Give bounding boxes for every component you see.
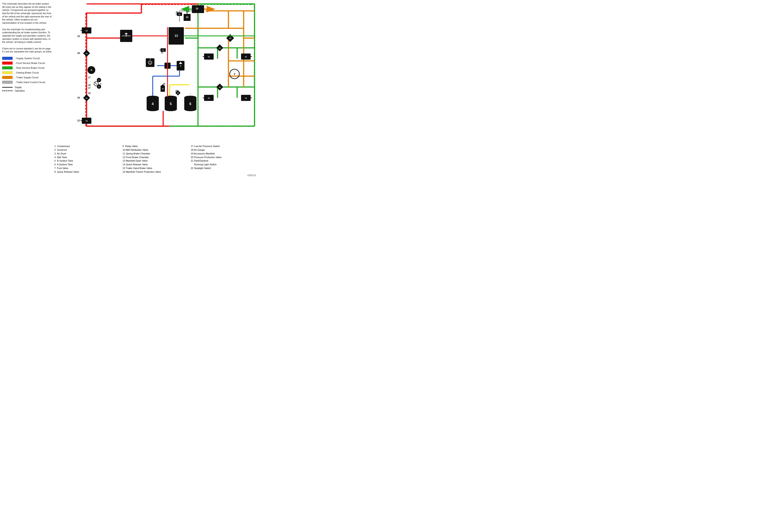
label-17-1: 17 [88,76,91,79]
component-compressor: 1 [146,58,155,67]
part-5: 5 B System Tank [54,159,121,163]
callout-12-top: 12 [77,35,80,37]
component-qrv-8: 8 [87,66,95,74]
svg-text:13: 13 [175,34,178,37]
part-2: 2 Governor [54,148,121,152]
num-16: 16 [196,7,198,10]
part-21b: Running Light Switch [191,163,257,166]
component-accessory-manifold: 19 [161,84,165,92]
num-15: 15 [186,16,188,18]
label-yellow: - Parking Brake Circuit [15,71,39,74]
callout-10-bot: 10 [77,96,80,99]
svg-point-67 [184,108,196,111]
label-18-1: 18 [88,84,91,86]
label-19: 19 [163,83,165,85]
svg-text:11: 11 [208,56,210,58]
legend-item-red: - Front Service Brake Circuit [2,61,52,65]
legend-item-gray: - Trailer Hand Control Circuit [2,81,52,84]
svg-text:18: 18 [100,83,102,85]
part-14: 14 Quick Release Valve [123,163,189,166]
part-11: 11 Spring Brake Chamber [123,152,189,155]
swatch-orange [2,76,13,79]
svg-text:10: 10 [86,97,88,99]
component-air-dryer: 3 [177,61,184,70]
component-front-brake-12-2: 12 [80,118,91,124]
label-21: 21 [161,51,164,54]
part-8: 8 Quick Release Valve [54,170,121,174]
label-18-2: 18 [88,92,91,94]
legend: - Supply System Circuit - Front Service … [2,57,52,92]
part-9: 9 Relay Valve [123,145,189,148]
svg-point-58 [147,108,159,111]
label-red: - Front Service Brake Circuit [15,62,45,64]
svg-text:17: 17 [98,86,100,87]
label-22: 22 [176,11,178,13]
svg-text:19: 19 [162,88,164,89]
line-operation: Operation [2,89,52,92]
svg-text:5: 5 [170,102,172,106]
svg-text:+: + [190,93,191,95]
part-19: 19 Accessory Manifold [191,152,257,155]
component-pressure-switch-17-2: 17 [97,84,101,89]
line-supply-label: Supply [15,86,22,88]
diagram-area: 1 2 3 4 + [54,0,259,144]
component-front-brake-12-1: 12 [80,27,91,33]
line-operation-label: Operation [15,89,25,92]
label-orange: - Trailer Supply Circuit [15,76,38,79]
part-13: 13 Manifold Dash Valve [123,159,189,163]
svg-text:10: 10 [219,47,221,49]
component-spring-brake-11-4: 11 [241,95,252,101]
svg-text:11: 11 [245,97,247,99]
legend-item-yellow: - Parking Brake Circuit [2,71,52,74]
component-abs-10-front-left: 10 [83,50,90,57]
svg-text:11: 11 [245,56,247,58]
svg-text:10: 10 [86,53,88,55]
description: This schematic describes the air brake s… [2,2,52,53]
part-15: 15 Trailer Hand Brake Valve [123,167,189,170]
swatch-gray [2,81,13,84]
legend-item-blue: - Supply System Circuit [2,57,52,60]
label-gray: - Trailer Hand Control Circuit [15,81,45,83]
label-17-2: 17 [88,87,91,89]
page: This schematic describes the air brake s… [0,0,259,178]
callout-10-top: 10 [77,52,80,54]
callout-12-bot: 12 [77,119,80,122]
svg-text:17: 17 [98,79,100,81]
part-3: 3 Air Dryer [54,152,121,155]
swatch-yellow [2,71,13,74]
svg-point-63 [165,108,177,111]
part-1: 1 Compressor [54,145,121,148]
part-20: 20 Pressure Protection Valve [191,156,257,159]
component-foot-valve: 7 [120,30,132,42]
part-21: 21 Park/Daytime [191,159,257,163]
line-legend: Supply Operation [2,86,52,92]
legend-item-orange: - Trailer Supply Circuit [2,76,52,79]
desc-para2: Use the schematic for troubleshooting an… [2,28,52,44]
svg-text:12: 12 [85,30,88,32]
left-panel: This schematic describes the air brake s… [2,2,52,93]
component-qrv-14: 14 [226,34,234,42]
svg-text:4: 4 [152,102,154,106]
svg-text:14: 14 [229,37,231,39]
part-10: 10 ABS Modulator Valve [123,148,189,152]
schematic-svg: 1 2 3 4 + [54,0,259,144]
desc-para1: This schematic describes the air brake s… [2,2,52,25]
swatch-red [2,61,13,65]
label-blue: - Supply System Circuit [15,57,40,60]
component-spring-brake-11-3: 11 [203,95,214,101]
component-manifold-dash: 13 [169,27,184,45]
svg-text:8: 8 [91,69,92,71]
svg-text:22: 22 [179,13,180,15]
part-18: 18 Air Gauge [191,148,257,152]
watermark: V560228 [247,174,256,177]
svg-text:10: 10 [219,86,221,88]
line-supply: Supply [2,86,52,88]
component-relay-valve: 9 [230,69,239,79]
parts-list: 1 Compressor 2 Governor 3 Air Dryer 4 We… [54,145,259,174]
svg-text:1: 1 [150,62,151,64]
component-a-system-tank: 6 + [184,93,196,111]
svg-text:3: 3 [180,65,181,67]
svg-point-110 [186,10,188,12]
parts-col-1: 1 Compressor 2 Governor 3 Air Dryer 4 We… [54,145,123,174]
line-solid-icon [2,87,13,88]
